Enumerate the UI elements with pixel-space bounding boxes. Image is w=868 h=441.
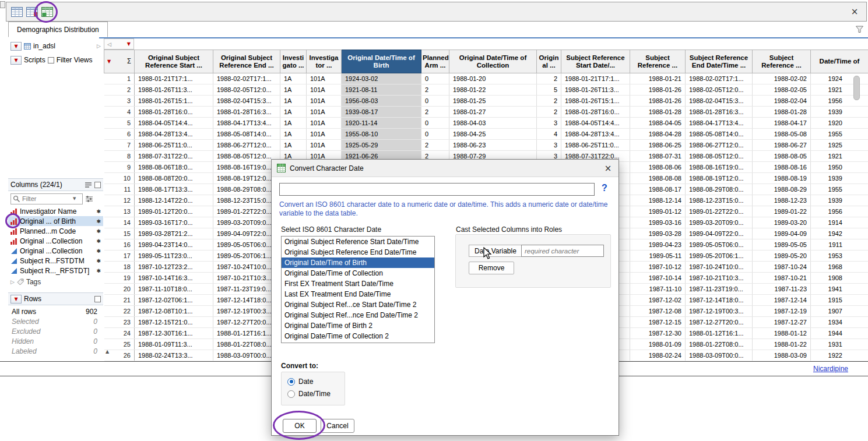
grid-column-header[interactable]: Subject Reference End Date/Time ... [686, 50, 753, 73]
row-number-cell[interactable]: 9 [104, 162, 135, 173]
grid-cell[interactable]: 1988-12-23T15:0... [686, 195, 753, 206]
grid-cell[interactable]: 1987-11-23T19:0... [686, 284, 753, 295]
grid-cell[interactable]: 1987-11-10T18:0... [135, 284, 213, 295]
grid-cell[interactable]: 1988-06-25T11:0... [135, 140, 213, 151]
grid-column-header[interactable]: Subject Reference ... [630, 50, 686, 73]
grid-cell[interactable]: 1956-08-03 [342, 96, 421, 107]
grid-cell[interactable]: 1988-02-02 [753, 73, 811, 84]
grid-column-header[interactable]: Original Date/Time of Collection [449, 50, 537, 73]
grid-cell[interactable]: 1988-04-17 [753, 118, 811, 129]
grid-cell[interactable]: 1987-11-10 [630, 284, 686, 295]
grid-cell[interactable]: 1988-07-31T22:0... [135, 151, 213, 162]
grid-cell[interactable]: 1950 [811, 162, 868, 173]
grid-cell[interactable]: 101A [307, 140, 342, 151]
sidebar-column-item[interactable]: Original ...Collection✱ [8, 236, 103, 246]
grid-cell[interactable]: 1987-10-24T10:0... [686, 262, 753, 273]
tab-demographics-distribution[interactable]: Demographics Distribution [8, 22, 108, 37]
grid-cell[interactable]: 101A [307, 129, 342, 140]
row-number-cell[interactable]: 21 [104, 295, 135, 306]
grid-cell[interactable]: 1955-08-10 [342, 129, 421, 140]
row-number-cell[interactable]: 18 [104, 262, 135, 273]
grid-cell[interactable]: 1A [280, 118, 307, 129]
tags-row[interactable]: ▷ Tags [8, 277, 103, 287]
grid-cell[interactable]: 1989-05-20T06:1... [686, 251, 753, 262]
grid-cell[interactable]: 1988-12-23 [753, 195, 811, 206]
grid-cell[interactable]: 1988-08-29 [753, 184, 811, 195]
grid-cell[interactable]: 1988-01-28T16:3... [686, 107, 753, 118]
grid-cell[interactable]: 1988-08-19 [753, 173, 811, 184]
table-menu-red-triangle-icon[interactable]: ▼ [10, 42, 22, 51]
grid-column-header[interactable]: Investiga tor ... [307, 50, 342, 73]
grid-cell[interactable]: 1988-02-05T12:0... [686, 84, 753, 96]
grid-cell[interactable]: 1920 [811, 118, 868, 129]
date-variable-button[interactable]: Date Variable [469, 245, 522, 257]
collapse-panel-icon[interactable]: ◁ [107, 41, 111, 47]
grid-cell[interactable]: 1988-08-16T19:0... [686, 162, 753, 173]
grid-cell[interactable]: 1988-01-09 [630, 339, 686, 350]
ok-button[interactable]: OK [283, 419, 317, 433]
grid-cell[interactable]: 1988-08-17 [630, 184, 686, 195]
grid-cell[interactable]: 3 [537, 140, 561, 151]
grid-cell[interactable]: 1989-01-22 [753, 206, 811, 217]
grid-cell[interactable]: 1988-01-28 [753, 107, 811, 118]
grid-cell[interactable]: 1989-03-20 [753, 217, 811, 228]
grid-cell[interactable]: 1988-02-04T15:3... [686, 96, 753, 107]
iso-date-list-item[interactable]: Last EX Treatment End Date/Time [282, 289, 434, 299]
grid-cell[interactable]: 1988-04-05T14:4... [135, 118, 213, 129]
iso-date-list-item[interactable]: Original Subject Ref...nce End Date/Time… [282, 310, 434, 320]
grid-cell[interactable]: 1988-06-23 [449, 140, 537, 151]
row-number-cell[interactable]: 17 [104, 251, 135, 262]
grid-cell[interactable]: 2 [421, 140, 449, 151]
grid-cell[interactable]: 1988-02-05T12:0... [213, 84, 280, 96]
grid-cell[interactable]: 1A [280, 73, 307, 84]
grid-cell[interactable]: 1939 [811, 173, 868, 184]
grid-cell[interactable]: 1988-01-28 [630, 107, 686, 118]
grid-cell[interactable]: 1988-01-12T16:1... [686, 328, 753, 339]
columns-red-triangle-icon[interactable]: ▼ [127, 41, 131, 47]
grid-cell[interactable]: 1908 [811, 273, 868, 284]
grid-cell[interactable]: 1988-01-26T11:3... [135, 84, 213, 96]
grid-cell[interactable]: 2 [537, 73, 561, 84]
grid-cell[interactable]: 101A [307, 96, 342, 107]
grid-cell[interactable]: 1921-08-11 [342, 84, 421, 96]
grid-cell[interactable]: 2 [421, 107, 449, 118]
grid-cell[interactable]: 1988-08-06T18:0... [135, 162, 213, 173]
grid-cell[interactable]: 1956 [811, 206, 868, 217]
grid-cell[interactable]: 1989-05-11T23:0... [135, 251, 213, 262]
grid-column-header[interactable]: Original Subject Reference Start ... [135, 50, 213, 73]
row-number-cell[interactable]: 14 [104, 217, 135, 228]
grid-cell[interactable]: 1939 [811, 107, 868, 118]
grid-cell[interactable]: 1988-01-12 [753, 328, 811, 339]
row-number-cell[interactable]: 13 [104, 206, 135, 217]
grid-cell[interactable]: 1989-04-23T14:0... [135, 239, 213, 251]
grid-cell[interactable]: 1989-05-05 [753, 239, 811, 251]
table-name[interactable]: in_adsl [33, 42, 55, 50]
sidebar-column-item[interactable]: Original ... of Birth✱ [8, 216, 103, 226]
grid-cell[interactable]: 1955 [811, 184, 868, 195]
iso-date-list-item[interactable]: Original Subject Ref...ce Start Date/Tim… [282, 299, 434, 310]
grid-cell[interactable]: 1914 [811, 217, 868, 228]
radio-option-date[interactable]: Date [287, 378, 313, 386]
grid-column-header[interactable]: Origin al ... [537, 50, 561, 73]
grid-cell[interactable]: 1988-02-05 [753, 84, 811, 96]
grid-cell[interactable]: 1988-01-22T08:0... [686, 339, 753, 350]
grid-cell[interactable]: 1988-08-19T12:0... [213, 173, 280, 184]
grid-cell[interactable]: 1987-12-27T20:0... [213, 317, 280, 328]
grid-cell[interactable]: 1988-01-28T16:0... [561, 107, 630, 118]
grid-cell[interactable]: 1987-12-02T06:1... [135, 295, 213, 306]
grid-cell[interactable]: 1989-05-05T06:0... [213, 239, 280, 251]
grid-cell[interactable]: 1988-08-08T20:0... [135, 173, 213, 184]
grid-cell[interactable]: 1987-12-19T00:3... [686, 306, 753, 317]
grid-cell[interactable]: 1988-03-09T00:0... [686, 350, 753, 361]
remove-button[interactable]: Remove [469, 262, 514, 274]
grid-cell[interactable]: 1988-08-05T12:0... [213, 151, 280, 162]
dialog-close-icon[interactable]: × [598, 160, 619, 177]
grid-cell[interactable]: 1988-06-27T12:0... [213, 140, 280, 151]
grid-cell[interactable]: 1989-03-28 [630, 228, 686, 239]
columns-filter-input[interactable] [22, 195, 71, 202]
grid-cell[interactable]: 1A [280, 129, 307, 140]
iso-date-list-item[interactable]: Original Date/Time of Birth 2 [282, 320, 434, 331]
grid-cell[interactable]: 1988-08-05 [753, 151, 811, 162]
grid-cell[interactable]: 1988-08-29T08:0... [213, 184, 280, 195]
grid-column-header[interactable]: Subject Reference Start Date/... [561, 50, 630, 73]
